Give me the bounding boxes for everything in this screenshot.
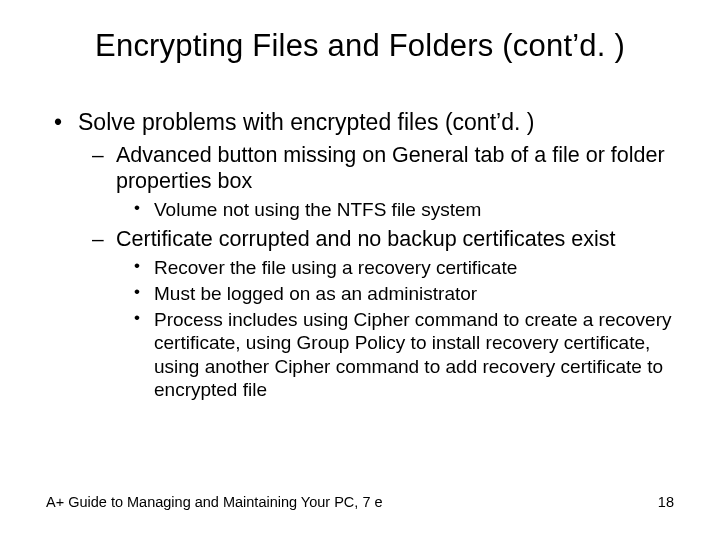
- bullet-list-level2: Advanced button missing on General tab o…: [78, 142, 672, 401]
- bullet-l3-text: Process includes using Cipher command to…: [154, 309, 671, 400]
- bullet-l3: Must be logged on as an administrator: [132, 282, 672, 305]
- bullet-l2: Advanced button missing on General tab o…: [88, 142, 672, 222]
- bullet-l1-text: Solve problems with encrypted files (con…: [78, 109, 534, 135]
- slide: Encrypting Files and Folders (cont’d. ) …: [0, 0, 720, 540]
- bullet-l2-text: Advanced button missing on General tab o…: [116, 143, 665, 193]
- slide-body: Solve problems with encrypted files (con…: [50, 108, 672, 407]
- bullet-l2: Certificate corrupted and no backup cert…: [88, 226, 672, 401]
- bullet-l3: Volume not using the NTFS file system: [132, 198, 672, 221]
- bullet-list-level3: Recover the file using a recovery certif…: [116, 256, 672, 401]
- bullet-list-level3: Volume not using the NTFS file system: [116, 198, 672, 221]
- bullet-l3: Recover the file using a recovery certif…: [132, 256, 672, 279]
- bullet-l1: Solve problems with encrypted files (con…: [50, 108, 672, 401]
- footer-page-number: 18: [658, 494, 674, 510]
- slide-title: Encrypting Files and Folders (cont’d. ): [0, 28, 720, 64]
- bullet-l2-text: Certificate corrupted and no backup cert…: [116, 227, 616, 251]
- bullet-list-level1: Solve problems with encrypted files (con…: [50, 108, 672, 401]
- footer-source: A+ Guide to Managing and Maintaining You…: [46, 494, 383, 510]
- bullet-l3-text: Must be logged on as an administrator: [154, 283, 477, 304]
- bullet-l3-text: Volume not using the NTFS file system: [154, 199, 481, 220]
- bullet-l3: Process includes using Cipher command to…: [132, 308, 672, 401]
- bullet-l3-text: Recover the file using a recovery certif…: [154, 257, 517, 278]
